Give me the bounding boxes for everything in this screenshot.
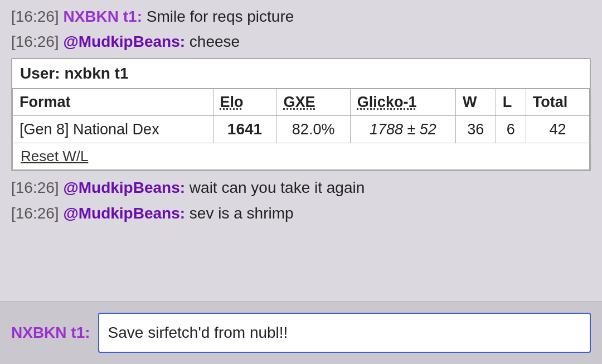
username-nxbkn: NXBKN t1: xyxy=(63,8,142,25)
col-format: Format xyxy=(13,89,213,116)
username-mudkip: @MudkipBeans: xyxy=(63,205,185,222)
message-text: Smile for reqs picture xyxy=(147,8,294,25)
timestamp: [16:26] xyxy=(11,205,59,222)
cell-gxe: 82.0% xyxy=(276,116,350,143)
username-mudkip: @MudkipBeans: xyxy=(63,179,185,196)
chat-message: [16:26] NXBKN t1: Smile for reqs picture xyxy=(11,6,591,27)
chat-input[interactable] xyxy=(98,313,591,353)
timestamp: [16:26] xyxy=(11,179,59,196)
message-text: sev is a shrimp xyxy=(190,205,294,222)
cell-w: 36 xyxy=(455,116,496,143)
reset-wl-link[interactable]: Reset W/L xyxy=(21,148,88,164)
message-text: cheese xyxy=(190,33,240,50)
reset-cell: Reset W/L xyxy=(13,143,590,170)
reset-row: Reset W/L xyxy=(13,143,590,170)
chat-message: [16:26] @MudkipBeans: sev is a shrimp xyxy=(11,202,591,224)
stats-user-label: User: xyxy=(20,65,64,82)
cell-glicko: 1788 ± 52 xyxy=(350,116,455,143)
col-glicko: Glicko-1 xyxy=(350,89,455,116)
chat-area: [16:26] NXBKN t1: Smile for reqs picture… xyxy=(0,0,602,301)
col-gxe: GXE xyxy=(276,89,350,116)
col-l: L xyxy=(496,89,526,116)
stats-user-header: User: nxbkn t1 xyxy=(12,59,590,89)
chat-message: [16:26] @MudkipBeans: wait can you take … xyxy=(11,177,591,198)
col-total: Total xyxy=(526,89,589,116)
cell-format: [Gen 8] National Dex xyxy=(13,116,213,143)
chat-message: [16:26] @MudkipBeans: cheese xyxy=(11,31,591,52)
stats-row: [Gen 8] National Dex 1641 82.0% 1788 ± 5… xyxy=(13,116,590,143)
cell-elo: 1641 xyxy=(213,116,276,143)
username-mudkip: @MudkipBeans: xyxy=(63,33,185,50)
input-username-label: NXBKN t1: xyxy=(11,324,90,342)
stats-box: User: nxbkn t1 Format Elo GXE Glicko-1 W… xyxy=(11,58,591,171)
cell-total: 42 xyxy=(526,116,589,143)
timestamp: [16:26] xyxy=(11,33,59,50)
col-elo: Elo xyxy=(213,89,276,116)
cell-l: 6 xyxy=(496,116,526,143)
input-area: NXBKN t1: xyxy=(0,301,602,364)
col-w: W xyxy=(455,89,496,116)
stats-table: Format Elo GXE Glicko-1 W L Total [Gen 8… xyxy=(12,89,590,170)
timestamp: [16:26] xyxy=(11,8,59,25)
stats-username: nxbkn t1 xyxy=(64,65,128,82)
message-text: wait can you take it again xyxy=(190,179,365,196)
